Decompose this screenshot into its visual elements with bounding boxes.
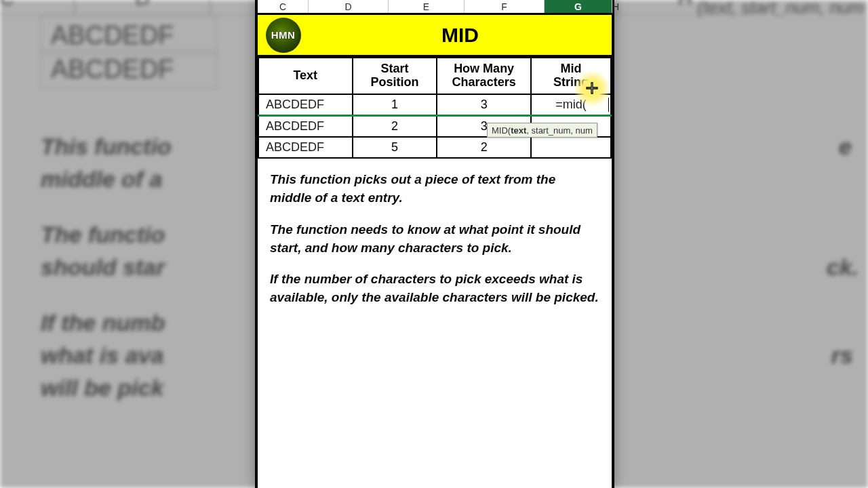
table-header-row: Text Start Position How Many Characters … <box>258 58 611 94</box>
cell-text-3[interactable]: ABCDEDF <box>258 137 353 158</box>
cell-start-1[interactable]: 1 <box>353 94 437 116</box>
desc-para-1: This function picks out a piece of text … <box>270 171 599 207</box>
cell-count-3[interactable]: 2 <box>437 137 531 158</box>
column-header-strip: C D E F G H <box>258 0 612 15</box>
col-hdr-f[interactable]: F <box>465 0 545 13</box>
cell-text-1[interactable]: ABCDEDF <box>258 94 353 116</box>
col-hdr-h[interactable]: H <box>612 0 619 13</box>
desc-para-2: The function needs to know at what point… <box>270 221 599 258</box>
tooltip-fn: MID( <box>492 125 511 136</box>
excel-cross-cursor-icon <box>584 81 600 97</box>
cursor-highlight <box>574 70 610 107</box>
mid-example-table: Text Start Position How Many Characters … <box>258 57 612 159</box>
table-row: ABCDEDF 5 2 <box>258 137 611 158</box>
hdr-text: Text <box>258 58 353 94</box>
hdr-start: Start Position <box>353 58 437 94</box>
hmn-logo: HMN <box>258 15 309 55</box>
cell-start-3[interactable]: 5 <box>353 137 437 158</box>
description-block: This function picks out a piece of text … <box>258 159 612 308</box>
cell-count-1[interactable]: 3 <box>437 94 531 116</box>
desc-para-3: If the number of characters to pick exce… <box>270 270 599 307</box>
col-hdr-c[interactable]: C <box>258 0 309 13</box>
cell-mid-3[interactable] <box>531 137 611 158</box>
tooltip-rest: , start_num, num <box>526 125 593 136</box>
title-bar: HMN MID <box>258 15 612 57</box>
logo-text: HMN <box>271 29 296 41</box>
table-row: ABCDEDF 1 3 =mid( <box>258 94 611 116</box>
cell-start-2[interactable]: 2 <box>353 115 437 137</box>
col-hdr-d[interactable]: D <box>309 0 389 13</box>
hdr-count: How Many Characters <box>437 58 531 94</box>
tooltip-active-arg: text <box>511 125 526 136</box>
tutorial-card: C D E F G H HMN MID Text Start Position … <box>255 0 614 488</box>
function-title: MID <box>309 15 612 55</box>
col-hdr-g[interactable]: G <box>545 0 612 13</box>
formula-tooltip: MID(text, start_num, num <box>487 123 597 138</box>
cell-text-2[interactable]: ABCDEDF <box>258 115 353 137</box>
col-hdr-e[interactable]: E <box>389 0 465 13</box>
